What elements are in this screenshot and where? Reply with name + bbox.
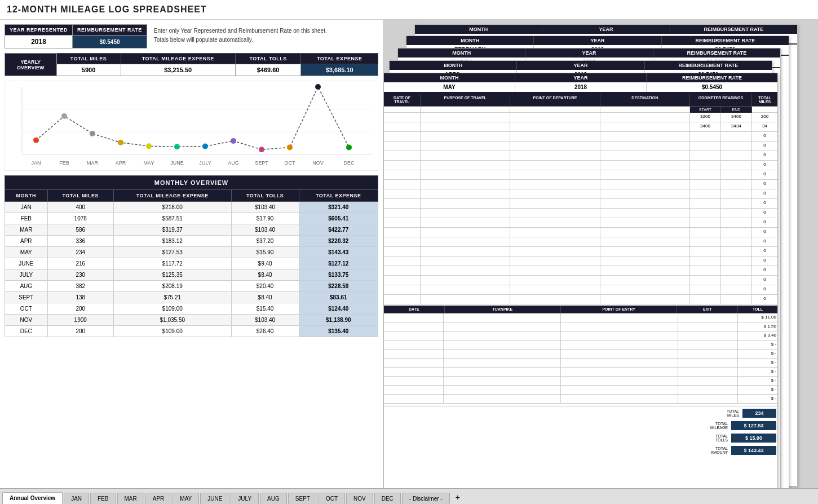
monthly-cell: MAR — [5, 224, 48, 236]
toll-entry-header: POINT OF ENTRY — [561, 306, 677, 313]
empty-travel-row: 0 — [384, 237, 777, 247]
add-sheet-button[interactable]: + — [451, 490, 465, 504]
tab-jan[interactable]: JAN — [64, 493, 89, 504]
monthly-cell: $103.40 — [231, 202, 299, 213]
tab-apr[interactable]: APR — [145, 493, 172, 504]
monthly-cell: $1,035.50 — [113, 315, 231, 326]
empty-travel-row: 0 — [384, 276, 777, 285]
year-value[interactable]: 2018 — [5, 36, 73, 48]
empty-travel-row: 0 — [384, 257, 777, 266]
main-content: YEAR REPRESENTED REIMBURSEMENT RATE 2018… — [0, 20, 818, 488]
tab-oct[interactable]: OCT — [319, 493, 345, 504]
tab-disclaimer[interactable]: - Disclaimer - — [402, 493, 450, 504]
toll-row2: $ 1.50 — [738, 322, 777, 331]
may-sheet: MONTH YEAR REIMBURSEMENT RATE MAY 2018 $… — [383, 73, 778, 488]
monthly-cell: $208.19 — [113, 281, 231, 292]
monthly-cell: $103.40 — [231, 315, 299, 326]
monthly-cell: 336 — [47, 236, 113, 247]
monthly-cell: $15.90 — [231, 247, 299, 258]
yearly-total: $3,685.10 — [301, 64, 378, 76]
tab-aug[interactable]: AUG — [260, 493, 287, 504]
monthly-cell: 230 — [47, 269, 113, 281]
empty-travel-row: 0 — [384, 199, 777, 209]
monthly-cell: $133.75 — [299, 269, 378, 281]
monthly-cell: $135.40 — [299, 326, 378, 337]
monthly-cell: NOV — [5, 315, 48, 326]
travel-depart-header: POINT OF DEPARTURE — [510, 94, 600, 106]
monthly-cell: DEC — [5, 326, 48, 337]
tab-june[interactable]: JUNE — [200, 493, 229, 504]
may-dot — [146, 143, 152, 149]
total-miles-value: 234 — [742, 409, 776, 418]
mar-dot — [90, 131, 95, 136]
monthly-cell: $9.40 — [231, 258, 299, 269]
monthly-cell: $605.41 — [299, 213, 378, 224]
toll-exit-header: EXIT — [677, 306, 738, 313]
toll-row3: $ 3.40 — [738, 331, 777, 340]
col-month: MONTH — [5, 190, 48, 202]
right-panel: MONTH YEAR REIMBURSEMENT RATE JANUARY 20… — [383, 20, 818, 488]
col-tolls-m: TOTAL TOLLS — [231, 190, 299, 202]
monthly-cell: 1078 — [47, 213, 113, 224]
monthly-cell: JAN — [5, 202, 48, 213]
aug-dot — [231, 138, 236, 144]
dec-dot — [346, 144, 352, 150]
tab-july[interactable]: JULY — [231, 493, 259, 504]
monthly-cell: SEPT — [5, 292, 48, 303]
tab-annual-overview[interactable]: Annual Overview — [2, 492, 63, 504]
may-rate-label: REIMBURSEMENT RATE — [647, 73, 777, 82]
tab-sept[interactable]: SEPT — [288, 493, 317, 504]
row2-miles: 34 — [752, 122, 777, 131]
sheet-stack: MONTH YEAR REIMBURSEMENT RATE JANUARY 20… — [383, 20, 818, 488]
nov-dot — [315, 84, 321, 90]
monthly-cell: 382 — [47, 281, 113, 292]
empty-travel-rows: 0 0 0 0 — [384, 132, 777, 304]
toll-amount-header: TOLL — [738, 306, 777, 313]
toll-row6: $ - — [738, 359, 777, 367]
total-mileage-label: TOTALMILEAGE — [384, 422, 730, 430]
yearly-miles: 5900 — [56, 64, 121, 76]
monthly-cell: $220.32 — [299, 236, 378, 247]
col-total-miles-m: TOTAL MILES — [47, 190, 113, 202]
tab-dec[interactable]: DEC — [374, 493, 401, 504]
monthly-cell: $83.61 — [299, 292, 378, 303]
monthly-cell: 200 — [47, 303, 113, 315]
empty-travel-row: 0 — [384, 170, 777, 180]
monthly-cell: $26.40 — [231, 326, 299, 337]
tab-mar[interactable]: MAR — [117, 493, 144, 504]
yearly-tolls: $469.60 — [235, 64, 301, 76]
empty-travel-row: 0 — [384, 151, 777, 161]
tab-nov[interactable]: NOV — [346, 493, 373, 504]
tab-feb[interactable]: FEB — [90, 493, 116, 504]
col-expense-m: TOTAL EXPENSE — [299, 190, 378, 202]
row2-odo-start: 3400 — [690, 122, 721, 131]
monthly-cell: $125.35 — [113, 269, 231, 281]
monthly-cell: AUG — [5, 281, 48, 292]
year-label: YEAR REPRESENTED — [5, 25, 73, 36]
info-line1: Enter only Year Represented and Reimburs… — [154, 26, 327, 36]
toll-row7: $ - — [738, 368, 777, 376]
total-tolls-label: TOTALTOLLS — [384, 434, 730, 442]
sept-dot — [259, 147, 264, 152]
empty-travel-row: 0 — [384, 266, 777, 276]
toll-row10: $ - — [738, 395, 777, 403]
apr-dot — [118, 140, 123, 145]
monthly-cell: $8.40 — [231, 292, 299, 303]
tab-may[interactable]: MAY — [173, 493, 199, 504]
total-amount-label: TOTALAMOUNT — [384, 446, 730, 454]
empty-travel-row: 0 — [384, 285, 777, 295]
col-mileage-m: TOTAL MILEAGE EXPENSE — [113, 190, 231, 202]
row1-odo-end: 3400 — [721, 113, 752, 122]
monthly-cell: $127.53 — [113, 247, 231, 258]
x-label-sept: SEPT — [255, 160, 268, 166]
row1-odo-start: 3200 — [690, 113, 721, 122]
x-label-mar: MAR — [87, 160, 99, 166]
total-mileage-value: $ 127.53 — [731, 421, 776, 430]
empty-travel-row: 0 — [384, 189, 777, 199]
row1-miles: 200 — [752, 113, 777, 122]
travel-purpose-header: PURPOSE OF TRAVEL — [421, 94, 510, 106]
rate-value[interactable]: $0.5450 — [73, 36, 147, 48]
may-month-value: MAY — [384, 82, 515, 92]
monthly-cell: $319.37 — [113, 224, 231, 236]
toll-row8: $ - — [738, 377, 777, 385]
